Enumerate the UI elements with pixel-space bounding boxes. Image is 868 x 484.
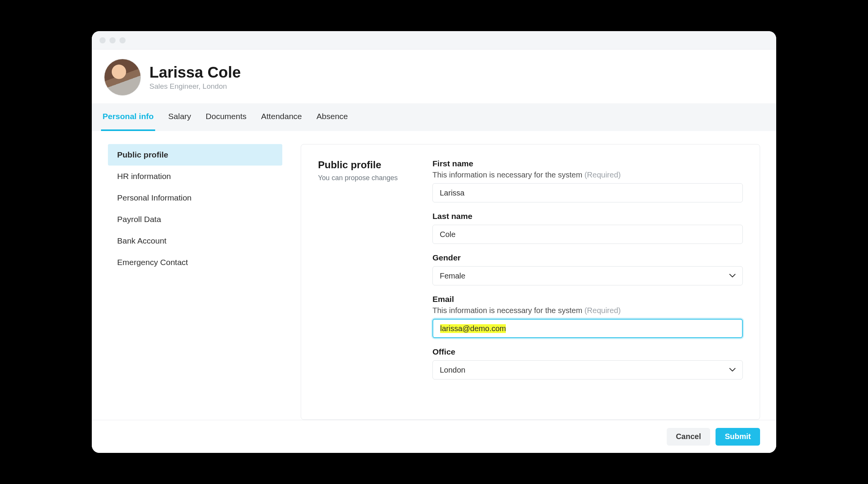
field-office: Office London <box>432 347 743 380</box>
window-dot <box>99 37 106 43</box>
panel-subtitle: You can propose changes <box>318 174 415 182</box>
email-value: larissa@demo.com <box>440 324 506 333</box>
email-label: Email <box>432 295 743 304</box>
email-required: (Required) <box>585 306 621 315</box>
sidebar-item-hr-information[interactable]: HR information <box>108 166 282 187</box>
tab-attendance[interactable]: Attendance <box>260 103 303 131</box>
office-select[interactable]: London <box>432 360 743 380</box>
email-input[interactable]: larissa@demo.com <box>432 319 743 338</box>
first-name-required: (Required) <box>585 171 621 179</box>
panel-header: Public profile You can propose changes <box>318 159 415 405</box>
gender-value: Female <box>440 272 465 280</box>
user-name: Larissa Cole <box>149 64 241 81</box>
gender-select[interactable]: Female <box>432 266 743 285</box>
field-first-name: First name This information is necessary… <box>432 159 743 202</box>
tab-documents[interactable]: Documents <box>204 103 248 131</box>
first-name-desc-text: This information is necessary for the sy… <box>432 171 582 179</box>
last-name-value: Cole <box>440 230 456 239</box>
panel-title: Public profile <box>318 159 415 171</box>
sidebar-item-personal-information[interactable]: Personal Information <box>108 187 282 209</box>
field-last-name: Last name Cole <box>432 212 743 244</box>
profile-header: Larissa Cole Sales Engineer, London <box>92 50 776 103</box>
office-value: London <box>440 366 465 375</box>
email-desc: This information is necessary for the sy… <box>432 306 743 315</box>
form-panel: Public profile You can propose changes F… <box>301 144 760 420</box>
first-name-desc: This information is necessary for the sy… <box>432 171 743 179</box>
gender-label: Gender <box>432 253 743 262</box>
sidebar-item-public-profile[interactable]: Public profile <box>108 144 282 166</box>
profile-header-text: Larissa Cole Sales Engineer, London <box>149 64 241 91</box>
form: First name This information is necessary… <box>432 159 743 405</box>
tab-absence[interactable]: Absence <box>315 103 350 131</box>
first-name-input[interactable]: Larissa <box>432 183 743 202</box>
last-name-input[interactable]: Cole <box>432 225 743 244</box>
cancel-button[interactable]: Cancel <box>667 428 711 446</box>
field-email: Email This information is necessary for … <box>432 295 743 338</box>
tab-bar: Personal info Salary Documents Attendanc… <box>92 103 776 131</box>
content: Public profile HR information Personal I… <box>92 131 776 420</box>
tab-salary[interactable]: Salary <box>167 103 193 131</box>
tab-personal-info[interactable]: Personal info <box>101 103 155 131</box>
email-desc-text: This information is necessary for the sy… <box>432 306 582 315</box>
last-name-label: Last name <box>432 212 743 221</box>
titlebar <box>92 31 776 50</box>
office-label: Office <box>432 347 743 356</box>
user-subtitle: Sales Engineer, London <box>149 82 241 91</box>
footer: Cancel Submit <box>92 420 776 453</box>
sidebar-item-emergency-contact[interactable]: Emergency Contact <box>108 252 282 273</box>
field-gender: Gender Female <box>432 253 743 285</box>
avatar <box>104 59 141 96</box>
submit-button[interactable]: Submit <box>716 428 760 446</box>
window-dot <box>119 37 126 43</box>
first-name-value: Larissa <box>440 189 464 197</box>
window-dot <box>109 37 116 43</box>
app-window: Larissa Cole Sales Engineer, London Pers… <box>92 31 776 453</box>
sidebar-item-bank-account[interactable]: Bank Account <box>108 230 282 252</box>
first-name-label: First name <box>432 159 743 168</box>
sidebar-item-payroll-data[interactable]: Payroll Data <box>108 209 282 230</box>
sidebar: Public profile HR information Personal I… <box>108 144 282 420</box>
